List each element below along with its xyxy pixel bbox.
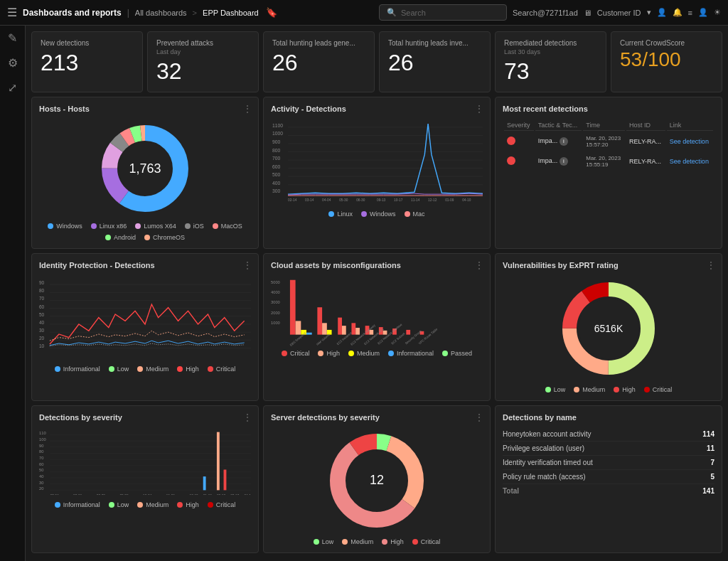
svg-text:20: 20 <box>39 486 43 491</box>
svg-rect-79 <box>351 323 355 334</box>
svg-rect-77 <box>338 318 342 335</box>
host-1: RELY-RA... <box>626 152 665 171</box>
svg-text:10-17: 10-17 <box>394 198 403 202</box>
cloud-legend: Critical High Medium Informational <box>271 350 483 357</box>
topnav-right: Search@7271f1ad 🖥 Customer ID ▾ 👤 🔔 ≡ 👤 … <box>513 8 721 17</box>
legend-label-chromeos: ChromeOS <box>153 234 185 241</box>
legend-info-cloud: Informational <box>388 350 434 357</box>
svg-text:02-14: 02-14 <box>288 198 297 202</box>
info-icon-0[interactable]: i <box>560 137 568 146</box>
svg-text:70: 70 <box>39 296 45 301</box>
hosts-panel-menu[interactable]: ⋮ <box>242 103 252 114</box>
sev-panel-menu[interactable]: ⋮ <box>242 412 252 423</box>
detection-list-container[interactable]: Honeytoken account activity 114 Privileg… <box>503 427 714 484</box>
svg-rect-71 <box>296 321 301 334</box>
svg-text:60: 60 <box>39 304 45 309</box>
svg-rect-70 <box>290 280 296 335</box>
tactic-0: Impa... i <box>535 132 582 151</box>
identity-panel: Identity Protection - Detections ⋮ 90 80… <box>31 253 259 401</box>
svg-text:700: 700 <box>272 156 280 161</box>
svg-text:03-14: 03-14 <box>305 198 314 202</box>
detection-name-3: Policy rule match (access) <box>503 473 586 481</box>
avatar-icon[interactable]: 👤 <box>657 8 667 17</box>
bell-icon[interactable]: 🔔 <box>673 8 682 17</box>
legend-android: Android <box>105 234 136 241</box>
dashboard-middle-row: Hosts - Hosts ⋮ 1,763 <box>31 97 722 249</box>
lines-icon[interactable]: ≡ <box>688 9 692 17</box>
chevron-down-icon: ▾ <box>647 8 651 17</box>
server-panel-title: Server detections by severity <box>271 413 483 422</box>
identity-panel-menu[interactable]: ⋮ <box>242 260 252 271</box>
nav-brand: Dashboards and reports <box>23 8 122 18</box>
hamburger-icon[interactable]: ☰ <box>7 6 17 19</box>
bookmark-icon[interactable]: 🔖 <box>266 7 277 18</box>
activity-panel-menu[interactable]: ⋮ <box>474 103 484 114</box>
server-donut-svg: 12 <box>323 427 430 534</box>
detections-panel-title: Most recent detections <box>503 105 714 113</box>
legend-linux: Linux x86 <box>91 223 127 230</box>
detection-list-item-2: Identity verification timed out 7 <box>503 456 714 470</box>
sev-icon-0 <box>504 132 534 151</box>
svg-text:80: 80 <box>39 449 43 454</box>
name-panel: Detections by name Honeytoken account ac… <box>495 405 722 553</box>
svg-text:4000: 4000 <box>271 290 280 294</box>
stat-hunting-leads-gene: Total hunting leads gene... 26 <box>263 31 375 92</box>
sun-icon[interactable]: ☀ <box>714 8 721 17</box>
identity-chart-svg: 90 80 70 60 50 40 30 20 10 <box>39 275 251 353</box>
detection-list: Honeytoken account activity 114 Privileg… <box>503 427 714 484</box>
legend-high-srv: High <box>382 538 404 545</box>
svg-text:70: 70 <box>39 456 43 460</box>
link-1[interactable]: See detection <box>667 152 713 171</box>
svg-text:01-16: 01-16 <box>203 494 213 495</box>
stat-new-detections: New detections 213 <box>31 31 143 92</box>
edit-icon[interactable]: ✎ <box>8 31 17 45</box>
svg-text:12-12: 12-12 <box>428 198 437 202</box>
vuln-panel-menu[interactable]: ⋮ <box>706 260 716 271</box>
vuln-legend: Low Medium High Critical <box>545 386 673 393</box>
svg-rect-75 <box>322 323 327 334</box>
info-icon-1[interactable]: i <box>560 157 568 166</box>
search-box[interactable]: 🔍 Search <box>379 4 507 21</box>
cloud-panel-menu[interactable]: ⋮ <box>474 260 484 271</box>
svg-text:5000: 5000 <box>271 280 280 284</box>
nav-customer-id[interactable]: Customer ID <box>597 9 641 17</box>
user-icon[interactable]: 👤 <box>698 8 708 17</box>
svg-rect-74 <box>317 307 322 334</box>
col-severity: Severity <box>504 120 534 131</box>
svg-text:1000: 1000 <box>271 321 280 325</box>
svg-text:09-26: 09-26 <box>119 494 129 495</box>
stat-crowdscore: Current CrowdScore 53/100 <box>611 31 722 92</box>
svg-text:600: 600 <box>272 164 280 169</box>
svg-text:1100: 1100 <box>272 123 283 128</box>
legend-low-vuln: Low <box>545 386 566 393</box>
topnav: ☰ Dashboards and reports | All dashboard… <box>0 0 728 26</box>
legend-label-lumos: Lumos X64 <box>144 223 176 230</box>
legend-crit-vuln: Critical <box>644 386 673 393</box>
svg-text:05-30: 05-30 <box>339 198 348 202</box>
legend-lumos: Lumos X64 <box>135 223 176 230</box>
monitor-icon: 🖥 <box>584 9 592 17</box>
svg-text:11-14: 11-14 <box>411 198 420 202</box>
svg-text:900: 900 <box>272 139 280 144</box>
legend-high-id: High <box>177 365 199 373</box>
nav-breadcrumb-link[interactable]: All dashboards <box>135 9 187 17</box>
activity-panel: Activity - Detections ⋮ 1100 1000 900 80… <box>263 97 491 249</box>
detection-total: Total 141 <box>503 484 714 495</box>
legend-info-sev: Informational <box>55 501 100 508</box>
fullscreen-icon[interactable]: ⤢ <box>8 81 17 95</box>
link-0[interactable]: See detection <box>667 132 713 151</box>
svg-rect-73 <box>306 333 312 335</box>
sev-legend: Informational Low Medium High <box>39 501 251 508</box>
server-panel: Server detections by severity ⋮ 12 <box>263 405 491 553</box>
legend-macos: MacOS <box>213 223 242 230</box>
legend-label-ios: iOS <box>193 223 204 230</box>
hosts-donut-total: 1,763 <box>129 161 161 176</box>
svg-text:60: 60 <box>39 462 43 466</box>
time-1: Mar. 20, 2023 15:55:19 <box>583 152 625 171</box>
detection-row-0: Impa... i Mar. 20, 2023 15:57:20 RELY-RA… <box>504 132 713 151</box>
settings-icon[interactable]: ⚙ <box>8 56 18 70</box>
legend-label-linux: Linux x86 <box>100 223 127 230</box>
svg-text:11-21: 11-21 <box>166 494 176 495</box>
server-panel-menu[interactable]: ⋮ <box>474 412 484 423</box>
identity-legend: Informational Low Medium High <box>39 365 251 373</box>
